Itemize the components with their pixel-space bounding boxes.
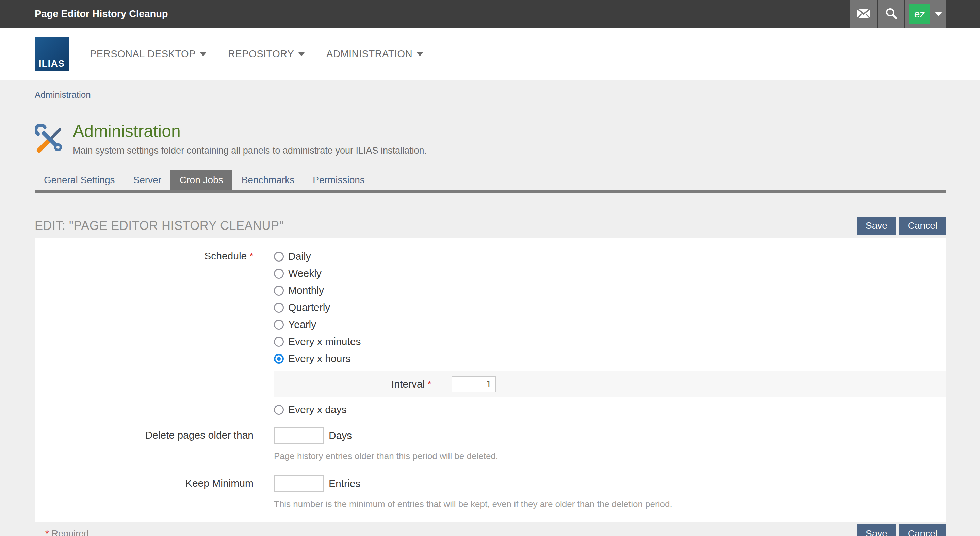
form-section-title: EDIT: "PAGE EDITOR HISTORY CLEANUP" (35, 219, 284, 233)
breadcrumb: Administration (35, 89, 946, 100)
interval-label: Interval* (274, 378, 431, 390)
caret-down-icon (935, 11, 942, 16)
page-subtitle: Main system settings folder containing a… (73, 145, 427, 156)
chevron-down-icon (200, 53, 206, 56)
page-title: Administration (73, 122, 427, 140)
schedule-label: Schedule* (35, 248, 253, 262)
interval-input[interactable] (452, 376, 496, 392)
schedule-row: Schedule* Daily Weekly Monthly Quarter (35, 248, 946, 418)
radio-monthly[interactable]: Monthly (274, 282, 946, 299)
keep-minimum-row: Keep Minimum Entries This number is the … (35, 475, 946, 509)
entries-unit-label: Entries (329, 478, 360, 489)
radio-quarterly[interactable]: Quarterly (274, 299, 946, 316)
radio-yearly[interactable]: Yearly (274, 316, 946, 333)
top-action-buttons: Save Cancel (857, 217, 946, 235)
breadcrumb-link-administration[interactable]: Administration (35, 89, 91, 100)
bottom-action-buttons: Save Cancel (857, 525, 946, 536)
page-title-block: Administration Main system settings fold… (35, 122, 946, 156)
form-panel: Schedule* Daily Weekly Monthly Quarter (35, 238, 946, 522)
radio-every-x-hours[interactable]: Every x hours (274, 350, 946, 367)
radio-icon (274, 252, 284, 262)
user-menu-button[interactable]: ez (904, 0, 946, 27)
radio-icon (274, 286, 284, 295)
nav-administration[interactable]: ADMINISTRATION (326, 48, 423, 60)
mail-icon (857, 8, 870, 19)
required-asterisk: * (250, 250, 253, 262)
content-area: Administration Administration Main syste… (35, 89, 946, 536)
search-button[interactable] (877, 0, 904, 27)
topbar-page-title: Page Editor History Cleanup (35, 8, 168, 19)
radio-icon (274, 303, 284, 313)
tab-underline (35, 190, 946, 193)
cancel-button-bottom[interactable]: Cancel (899, 525, 946, 536)
search-icon (885, 7, 897, 21)
delete-pages-row: Delete pages older than Days Page histor… (35, 427, 946, 461)
mail-button[interactable] (850, 0, 877, 27)
interval-subpanel: Interval* (274, 371, 946, 397)
chevron-down-icon (417, 53, 423, 56)
nav-item-label: PERSONAL DESKTOP (90, 48, 196, 60)
cancel-button[interactable]: Cancel (899, 217, 946, 235)
radio-icon (274, 405, 284, 415)
tab-bar: General Settings Server Cron Jobs Benchm… (35, 170, 946, 190)
radio-icon (274, 337, 284, 347)
radio-selected-icon (274, 354, 284, 364)
keep-minimum-help: This number is the minimum of entries th… (274, 499, 946, 509)
keep-minimum-input[interactable] (274, 475, 324, 492)
tab-benchmarks[interactable]: Benchmarks (232, 170, 304, 190)
nav-item-label: REPOSITORY (228, 48, 294, 60)
schedule-options: Daily Weekly Monthly Quarterly Yearly (274, 248, 946, 418)
topbar: Page Editor History Cleanup ez (0, 0, 980, 27)
save-button[interactable]: Save (857, 217, 896, 235)
form-footer: *Required Save Cancel (35, 525, 946, 536)
days-unit-label: Days (329, 430, 352, 441)
required-note: *Required (45, 528, 89, 536)
main-header: ILIAS PERSONAL DESKTOP REPOSITORY ADMINI… (0, 27, 980, 80)
delete-pages-label: Delete pages older than (35, 427, 253, 441)
chevron-down-icon (298, 53, 305, 56)
save-button-bottom[interactable]: Save (857, 525, 896, 536)
tab-general-settings[interactable]: General Settings (35, 170, 124, 190)
radio-icon (274, 269, 284, 279)
page-title-text: Administration Main system settings fold… (73, 122, 427, 156)
required-asterisk: * (427, 378, 431, 389)
tools-icon (35, 124, 65, 155)
radio-weekly[interactable]: Weekly (274, 265, 946, 282)
delete-pages-input[interactable] (274, 427, 324, 444)
radio-every-x-minutes[interactable]: Every x minutes (274, 333, 946, 350)
tab-server[interactable]: Server (124, 170, 170, 190)
required-asterisk: * (45, 528, 49, 536)
radio-icon (274, 320, 284, 330)
nav-item-label: ADMINISTRATION (326, 48, 412, 60)
nav-repository[interactable]: REPOSITORY (228, 48, 305, 60)
form-section-head: EDIT: "PAGE EDITOR HISTORY CLEANUP" Save… (35, 217, 946, 235)
keep-minimum-label: Keep Minimum (35, 475, 253, 489)
nav-personal-desktop[interactable]: PERSONAL DESKTOP (90, 48, 206, 60)
ilias-logo[interactable]: ILIAS (35, 37, 69, 71)
topbar-actions: ez (850, 0, 946, 27)
radio-every-x-days[interactable]: Every x days (274, 401, 946, 418)
tab-cron-jobs[interactable]: Cron Jobs (170, 170, 232, 190)
tab-permissions[interactable]: Permissions (304, 170, 374, 190)
avatar: ez (909, 4, 930, 24)
delete-pages-help: Page history entries older than this per… (274, 451, 946, 461)
main-nav: PERSONAL DESKTOP REPOSITORY ADMINISTRATI… (90, 48, 423, 60)
radio-daily[interactable]: Daily (274, 248, 946, 265)
